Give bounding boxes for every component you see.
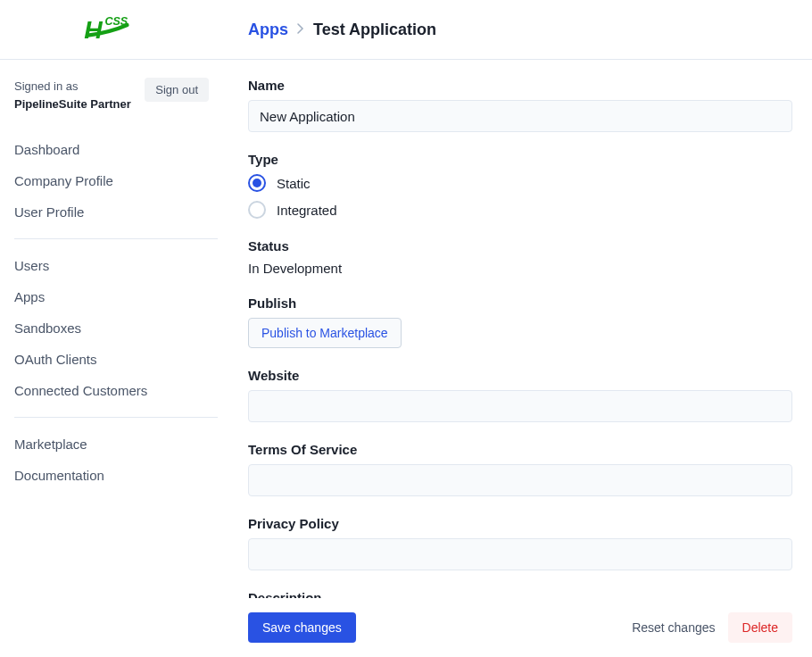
sidebar-item-dashboard[interactable]: Dashboard	[14, 134, 218, 165]
breadcrumb-current: Test Application	[313, 21, 436, 39]
privacy-label: Privacy Policy	[248, 516, 792, 531]
radio-circle-icon	[248, 201, 266, 219]
partner-name: PipelineSuite Partner	[14, 97, 131, 111]
tos-label: Terms Of Service	[248, 442, 792, 457]
sidebar-item-apps[interactable]: Apps	[14, 281, 218, 312]
privacy-group: Privacy Policy	[248, 516, 792, 570]
sidebar-item-oauth-clients[interactable]: OAuth Clients	[14, 344, 218, 375]
name-input[interactable]	[248, 100, 792, 132]
privacy-input[interactable]	[248, 538, 792, 570]
tos-input[interactable]	[248, 464, 792, 496]
publish-label: Publish	[248, 295, 792, 311]
save-button[interactable]: Save changes	[248, 612, 356, 643]
radio-integrated[interactable]: Integrated	[248, 201, 792, 219]
nav-section-account: Dashboard Company Profile User Profile	[14, 134, 218, 228]
radio-static[interactable]: Static	[248, 174, 792, 192]
breadcrumb: Apps Test Application	[248, 21, 436, 39]
svg-text:H: H	[84, 15, 103, 44]
website-input[interactable]	[248, 390, 792, 422]
sidebar-item-users[interactable]: Users	[14, 250, 218, 281]
signin-block: Signed in as PipelineSuite Partner Sign …	[14, 78, 218, 112]
breadcrumb-apps-link[interactable]: Apps	[248, 21, 288, 39]
name-group: Name	[248, 78, 792, 132]
radio-static-label: Static	[277, 176, 311, 191]
main-content: Name Type Static Integrated Statu	[218, 60, 812, 657]
radio-circle-selected-icon	[248, 174, 266, 192]
signed-in-label: Signed in as	[14, 79, 79, 93]
sidebar: Signed in as PipelineSuite Partner Sign …	[0, 60, 218, 657]
delete-button[interactable]: Delete	[728, 612, 792, 643]
tos-group: Terms Of Service	[248, 442, 792, 496]
name-label: Name	[248, 78, 792, 93]
reset-button[interactable]: Reset changes	[632, 620, 715, 635]
sidebar-item-documentation[interactable]: Documentation	[14, 460, 218, 491]
sidebar-item-user-profile[interactable]: User Profile	[14, 196, 218, 228]
sidebar-item-company-profile[interactable]: Company Profile	[14, 165, 218, 196]
header: H CSS Apps Test Application	[0, 0, 812, 60]
nav-section-resources: Users Apps Sandboxes OAuth Clients Conne…	[14, 238, 218, 406]
sidebar-item-connected-customers[interactable]: Connected Customers	[14, 375, 218, 406]
type-group: Type Static Integrated	[248, 152, 792, 219]
status-value: In Development	[248, 261, 792, 276]
sidebar-item-sandboxes[interactable]: Sandboxes	[14, 312, 218, 344]
status-label: Status	[248, 238, 792, 254]
radio-integrated-label: Integrated	[277, 203, 337, 218]
chevron-right-icon	[297, 22, 304, 37]
nav-section-links: Marketplace Documentation	[14, 417, 218, 491]
website-group: Website	[248, 368, 792, 422]
publish-group: Publish Publish to Marketplace	[248, 295, 792, 348]
logo: H CSS	[76, 12, 152, 47]
sidebar-item-marketplace[interactable]: Marketplace	[14, 428, 218, 460]
action-bar: Save changes Reset changes Delete	[248, 598, 792, 657]
type-label: Type	[248, 152, 792, 167]
signout-button[interactable]: Sign out	[145, 78, 209, 102]
status-group: Status In Development	[248, 238, 792, 276]
website-label: Website	[248, 368, 792, 383]
publish-button[interactable]: Publish to Marketplace	[248, 318, 402, 348]
